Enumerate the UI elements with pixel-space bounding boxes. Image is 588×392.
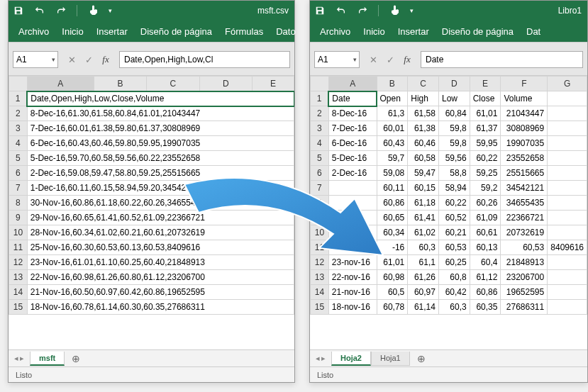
spreadsheet-grid[interactable]: ABCDEFG1DateOpenHighLowCloseVolume28-Dec… xyxy=(310,76,587,349)
cell[interactable]: 59,08 xyxy=(377,166,408,181)
cell[interactable]: 61,02 xyxy=(408,225,439,240)
cell[interactable]: 21-nov-16 xyxy=(328,285,377,300)
name-box[interactable]: A1▾ xyxy=(13,51,58,68)
cell[interactable]: 6-Dec-16 xyxy=(328,136,377,151)
col-header[interactable]: F xyxy=(501,77,548,91)
cell[interactable] xyxy=(328,225,377,240)
cell[interactable]: 60,61 xyxy=(470,225,501,240)
cell[interactable]: 18-nov-16 xyxy=(328,300,377,315)
row-header[interactable]: 6 xyxy=(311,166,329,181)
cell[interactable]: 60,26 xyxy=(470,196,501,211)
cell[interactable] xyxy=(548,270,587,285)
cell[interactable]: 25- xyxy=(328,240,377,255)
row-header[interactable]: 8 xyxy=(9,196,28,211)
fx-icon[interactable]: fx xyxy=(401,54,414,65)
undo-icon[interactable] xyxy=(335,5,347,16)
cell[interactable]: 61,26 xyxy=(408,270,439,285)
tab-nav-prev-icon[interactable]: ◂ xyxy=(14,354,18,363)
row-header[interactable]: 11 xyxy=(311,240,329,255)
cell[interactable]: 8-Dec-16 xyxy=(328,106,377,121)
cell[interactable]: 60,97 xyxy=(408,285,439,300)
row-header[interactable]: 2 xyxy=(311,106,329,121)
cell[interactable]: 60,65 xyxy=(377,211,408,225)
row-header[interactable]: 1 xyxy=(311,91,329,106)
cell[interactable]: Date,Open,High,Low,Close,Volume xyxy=(27,91,294,106)
col-header[interactable]: D xyxy=(199,77,252,91)
sheet-tab-hoja1[interactable]: Hoja1 xyxy=(371,352,410,366)
cell[interactable]: 61,38 xyxy=(408,121,439,136)
cell[interactable]: 60,58 xyxy=(408,151,439,166)
cell[interactable] xyxy=(328,196,377,211)
cell[interactable]: 23-nov-16 xyxy=(328,255,377,270)
formula-input[interactable]: Date xyxy=(421,51,583,68)
cell[interactable]: 22-nov-16 xyxy=(328,270,377,285)
cell[interactable]: 5-Dec-16 xyxy=(328,151,377,166)
cell[interactable]: 60,46 xyxy=(408,136,439,151)
cell[interactable]: 34542121 xyxy=(501,181,548,196)
cell[interactable]: 22-Nov-16,60.98,61.26,60.80,61.12,232067… xyxy=(27,270,294,285)
cell[interactable]: 60,98 xyxy=(377,270,408,285)
cell[interactable] xyxy=(548,181,587,196)
row-header[interactable]: 1 xyxy=(9,91,28,106)
touch-mode-icon[interactable] xyxy=(389,5,400,16)
cell[interactable]: 61,01 xyxy=(377,255,408,270)
cell[interactable]: 59,8 xyxy=(438,121,470,136)
row-header[interactable]: 6 xyxy=(9,166,28,181)
cell[interactable]: 60,01 xyxy=(377,121,408,136)
ribbon-tab-dato[interactable]: Dato xyxy=(276,26,295,37)
row-header[interactable]: 15 xyxy=(9,300,28,315)
row-header[interactable]: 5 xyxy=(9,151,28,166)
cell[interactable] xyxy=(548,106,587,121)
ribbon-tab-archivo[interactable]: Archivo xyxy=(320,26,350,37)
cell[interactable]: 60,3 xyxy=(438,300,470,315)
formula-input[interactable]: Date,Open,High,Low,Cl xyxy=(119,51,290,68)
save-icon[interactable] xyxy=(13,5,24,16)
row-header[interactable]: 12 xyxy=(311,255,329,270)
cell[interactable]: 60,43 xyxy=(377,136,408,151)
accept-formula-icon[interactable]: ✓ xyxy=(384,55,396,65)
col-header[interactable]: B xyxy=(377,77,408,91)
cell[interactable]: 60,52 xyxy=(438,211,470,225)
tab-nav-next-icon[interactable]: ▸ xyxy=(20,354,24,363)
cell[interactable]: 25-Nov-16,60.30,60.53,60.13,60.53,840961… xyxy=(27,240,294,255)
cell[interactable]: 34655435 xyxy=(501,196,548,211)
cell[interactable]: 59,47 xyxy=(408,166,439,181)
spreadsheet-grid[interactable]: ABCDE1Date,Open,High,Low,Close,Volume28-… xyxy=(9,76,294,349)
add-sheet-icon[interactable]: ⊕ xyxy=(410,353,433,364)
row-header[interactable]: 9 xyxy=(9,211,28,225)
row-header[interactable]: 14 xyxy=(9,285,28,300)
cell[interactable]: 23552658 xyxy=(501,151,548,166)
accept-formula-icon[interactable]: ✓ xyxy=(82,55,95,65)
cell[interactable]: 61,37 xyxy=(470,121,501,136)
cell[interactable]: 1-Dec-16,60.11,60.15,58.94,59.20,3454212… xyxy=(27,181,294,196)
cell[interactable]: 22366721 xyxy=(501,211,548,225)
cell[interactable]: 61,01 xyxy=(470,106,501,121)
cell[interactable]: 60,42 xyxy=(438,285,470,300)
cell[interactable]: 59,95 xyxy=(470,136,501,151)
cell[interactable]: 60,13 xyxy=(470,240,501,255)
cell[interactable] xyxy=(548,211,587,225)
sheet-tab-msft[interactable]: msft xyxy=(30,352,65,366)
cell[interactable]: 20732619 xyxy=(501,225,548,240)
cell[interactable]: 60,35 xyxy=(470,300,501,315)
cell[interactable]: 60,3 xyxy=(408,240,439,255)
row-header[interactable]: 3 xyxy=(9,121,28,136)
row-header[interactable]: 3 xyxy=(311,121,329,136)
row-header[interactable]: 5 xyxy=(311,151,329,166)
cell[interactable]: 23206700 xyxy=(501,270,548,285)
ribbon-tab-diseodepgina[interactable]: Diseño de página xyxy=(442,26,514,37)
cell[interactable]: 30-Nov-16,60.86,61.18,60.22,60.26,346554… xyxy=(27,196,294,211)
cell[interactable]: 8-Dec-16,61.30,61.58,60.84,61.01,2104344… xyxy=(27,106,294,121)
cell[interactable]: 6-Dec-16,60.43,60.46,59.80,59.95,1990703… xyxy=(27,136,294,151)
cell[interactable] xyxy=(548,91,587,106)
row-header[interactable]: 10 xyxy=(9,225,28,240)
cell[interactable]: 61,09 xyxy=(470,211,501,225)
add-sheet-icon[interactable]: ⊕ xyxy=(65,353,87,364)
cancel-formula-icon[interactable]: ✕ xyxy=(367,55,379,65)
row-header[interactable]: 8 xyxy=(311,196,329,211)
row-header[interactable]: 14 xyxy=(311,285,329,300)
cell[interactable]: 21-Nov-16,60.50,60.97,60.42,60.86,196525… xyxy=(27,285,294,300)
cell[interactable]: 60,78 xyxy=(377,300,408,315)
cell[interactable]: 60,5 xyxy=(377,285,408,300)
cell[interactable]: 61,14 xyxy=(408,300,439,315)
